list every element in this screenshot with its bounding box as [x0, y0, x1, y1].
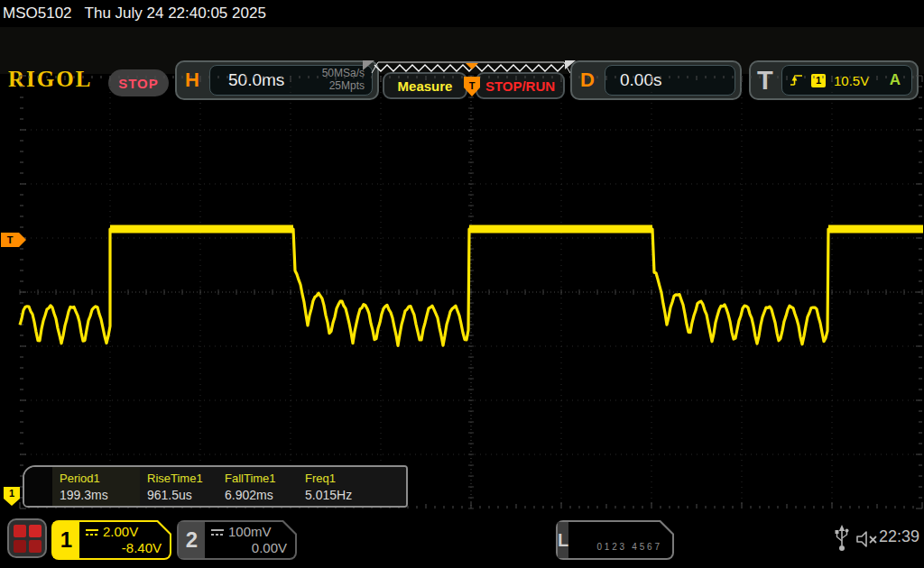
model-name: MSO5102 [3, 5, 72, 23]
measurement-label: Freq1 [305, 472, 379, 485]
logic-label: L [558, 522, 568, 558]
measurement-label: FallTime1 [225, 472, 298, 485]
measurement-value: 6.902ms [225, 488, 298, 502]
channel1-box[interactable]: 1 2.00V -8.40V [51, 520, 171, 560]
measurement-panel: Period1 199.3ms RiseTime1 961.5us FallTi… [23, 465, 408, 508]
measurement-label: Period1 [60, 472, 140, 485]
measurement-value: 961.5us [147, 488, 217, 502]
screenshot-titlebar: MSO5102 Thu July 24 22:40:05 2025 [0, 0, 924, 27]
datetime-text: Thu July 24 22:40:05 2025 [85, 5, 266, 23]
system-clock: 22:39 [879, 527, 919, 546]
header-bar: RIGOL STOP H 50.0ms 50MSa/s 25Mpts Measu… [0, 27, 924, 74]
channel1-settings: 2.00V -8.40V [79, 522, 170, 558]
logic-channels-box[interactable]: L 0 1 2 3 4 5 6 7 8 9 10 11 12 13 14 15 [556, 520, 674, 560]
channel2-scale: 100mV [228, 524, 272, 539]
channel1-offset: -8.40V [85, 540, 162, 555]
apps-grid-square [29, 540, 42, 553]
bottom-status-bar: 1 2.00V -8.40V 2 [0, 510, 924, 568]
measurement-risetime[interactable]: RiseTime1 961.5us [140, 467, 217, 506]
channel2-offset: 0.00V [210, 540, 287, 555]
measurement-value: 5.015Hz [305, 488, 379, 502]
measurement-falltime[interactable]: FallTime1 6.902ms [217, 467, 298, 506]
measurement-freq[interactable]: Freq1 5.015Hz [298, 467, 379, 506]
apps-grid-square [14, 540, 26, 553]
waveform-canvas[interactable]: TT1 [0, 74, 924, 512]
apps-grid-icon[interactable] [7, 518, 47, 558]
channel2-number: 2 [179, 522, 205, 558]
svg-text:T: T [469, 80, 476, 91]
logic-row1: 0 1 2 3 4 5 6 7 [596, 542, 660, 552]
channel1-scale: 2.00V [103, 524, 138, 539]
logic-channel-numbers: 0 1 2 3 4 5 6 7 8 9 10 11 12 13 14 15 [568, 522, 687, 558]
measurement-items: Period1 199.3ms RiseTime1 961.5us FallTi… [52, 467, 406, 506]
apps-grid-square [29, 525, 42, 537]
dc-coupling-icon [210, 527, 225, 536]
waveform-trace [20, 229, 923, 345]
waveform-display-area[interactable]: TT1 [0, 74, 924, 512]
measurement-value: 199.3ms [60, 488, 140, 502]
channel1-number: 1 [53, 522, 79, 558]
channel2-box[interactable]: 2 100mV 0.00V [177, 520, 297, 560]
measurement-label: RiseTime1 [147, 472, 217, 485]
measurement-panel-spacer [24, 467, 52, 506]
channel2-settings: 100mV 0.00V [205, 522, 295, 558]
measurement-period[interactable]: Period1 199.3ms [52, 467, 140, 506]
speaker-muted-icon[interactable] [855, 530, 879, 548]
dc-coupling-icon [85, 527, 99, 536]
usb-icon [835, 524, 849, 553]
trigger-level-marker[interactable] [1, 233, 26, 247]
apps-grid-square [14, 525, 26, 537]
svg-text:T: T [7, 234, 14, 245]
svg-text:1: 1 [9, 488, 14, 499]
